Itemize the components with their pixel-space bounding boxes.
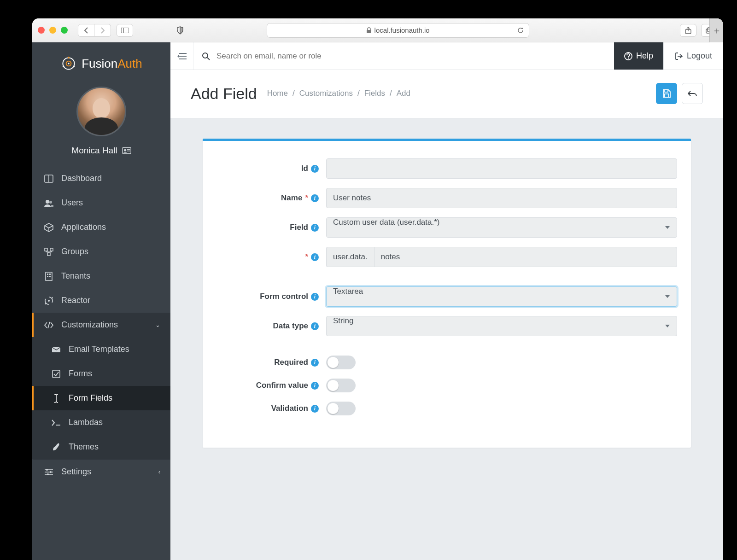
info-icon[interactable]: i: [311, 224, 319, 232]
save-button[interactable]: [656, 83, 677, 104]
save-icon: [662, 89, 671, 98]
user-name: Monica Hall: [71, 146, 117, 156]
nav-label: Tenants: [61, 271, 90, 281]
confirm-toggle[interactable]: [326, 379, 356, 392]
label-field: Field: [290, 223, 308, 232]
info-icon[interactable]: i: [311, 253, 319, 261]
new-tab-button[interactable]: ＋: [709, 18, 723, 42]
info-icon[interactable]: i: [311, 322, 319, 330]
nav-item-forms[interactable]: Forms: [32, 362, 170, 386]
nav-item-customizations[interactable]: Customizations⌄: [32, 313, 170, 337]
logout-label: Logout: [687, 51, 712, 61]
svg-point-20: [49, 201, 52, 204]
nav-item-tenants[interactable]: Tenants: [32, 264, 170, 288]
browser-window: local.fusionauth.io ＋: [32, 18, 723, 560]
validation-toggle[interactable]: [326, 402, 356, 415]
info-icon[interactable]: i: [311, 382, 319, 390]
app-sidebar: FusionAuth Monica Hall Dashboard Users A…: [32, 42, 170, 560]
info-icon[interactable]: i: [311, 405, 319, 413]
nav-label: Applications: [61, 222, 106, 232]
search-bar: [193, 42, 614, 70]
crumb-current: Add: [397, 89, 410, 98]
label-name: Name: [281, 193, 302, 203]
nav-label: Reactor: [61, 296, 90, 305]
svg-line-43: [207, 58, 210, 60]
help-button[interactable]: Help: [614, 42, 663, 70]
window-controls: [38, 27, 68, 34]
groups-icon: [44, 248, 54, 256]
id-input[interactable]: [326, 158, 677, 179]
label-confirm: Confirm value: [256, 381, 308, 390]
svg-point-11: [68, 63, 70, 64]
logout-button[interactable]: Logout: [663, 42, 723, 70]
brush-icon: [51, 443, 61, 451]
nav-item-applications[interactable]: Applications: [32, 215, 170, 239]
nav-forward-button[interactable]: [94, 24, 111, 37]
reload-icon[interactable]: [517, 27, 524, 34]
required-toggle[interactable]: [326, 356, 356, 369]
svg-point-9: [73, 66, 75, 68]
page-title: Add Field: [191, 85, 257, 103]
svg-point-19: [46, 200, 49, 204]
search-input[interactable]: [216, 52, 606, 61]
nav-label: Customizations: [61, 320, 118, 330]
info-icon[interactable]: i: [311, 165, 319, 173]
crumb-home[interactable]: Home: [267, 89, 288, 98]
svg-rect-0: [121, 28, 129, 33]
svg-rect-15: [127, 151, 130, 152]
nav-item-users[interactable]: Users: [32, 191, 170, 215]
id-card-icon: [122, 147, 131, 154]
nav-item-themes[interactable]: Themes: [32, 435, 170, 459]
nav: Dashboard Users Applications Groups Tena…: [32, 166, 170, 484]
back-button[interactable]: [682, 83, 703, 104]
field-select[interactable]: Custom user data (user.data.*): [326, 217, 677, 238]
info-icon[interactable]: i: [311, 194, 319, 202]
collapse-sidebar-button[interactable]: [170, 42, 193, 70]
svg-point-45: [628, 58, 629, 58]
label-validation: Validation: [271, 404, 308, 413]
form-control-select[interactable]: Textarea: [326, 286, 677, 307]
crumb-customizations[interactable]: Customizations: [299, 89, 353, 98]
privacy-shield-button[interactable]: [172, 24, 188, 37]
key-input[interactable]: [374, 247, 677, 267]
brand-name-2: Auth: [117, 57, 142, 70]
sidebar-toggle-button[interactable]: [117, 24, 133, 37]
user-name-row[interactable]: Monica Hall: [32, 143, 170, 166]
nav-label: Groups: [61, 247, 88, 257]
undo-icon: [688, 90, 697, 97]
crumb-fields[interactable]: Fields: [364, 89, 385, 98]
nav-item-form-fields[interactable]: Form Fields: [32, 386, 170, 410]
share-button[interactable]: [680, 24, 696, 37]
nav-item-dashboard[interactable]: Dashboard: [32, 166, 170, 191]
nav-item-settings[interactable]: Settings‹: [32, 459, 170, 484]
name-input[interactable]: [326, 188, 677, 208]
reactor-icon: [44, 296, 54, 305]
close-window-button[interactable]: [38, 27, 45, 34]
help-icon: [624, 52, 632, 60]
nav-item-reactor[interactable]: Reactor: [32, 288, 170, 313]
minimize-window-button[interactable]: [49, 27, 56, 34]
svg-rect-21: [45, 248, 47, 251]
main: Help Logout Add Field Home/ Customizatio…: [170, 42, 723, 560]
search-icon: [202, 52, 210, 60]
brand-logo-icon: [60, 55, 77, 72]
nav-item-groups[interactable]: Groups: [32, 239, 170, 264]
data-type-select[interactable]: String: [326, 316, 677, 336]
nav-label: Form Fields: [69, 393, 112, 403]
nav-item-email-templates[interactable]: Email Templates: [32, 337, 170, 362]
user-avatar[interactable]: [76, 87, 126, 136]
nav-back-button[interactable]: [78, 24, 94, 37]
svg-rect-46: [665, 90, 668, 92]
nav-label: Themes: [69, 442, 99, 452]
info-icon[interactable]: i: [311, 359, 319, 367]
svg-point-13: [124, 149, 126, 152]
svg-point-38: [47, 473, 49, 475]
info-icon[interactable]: i: [311, 293, 319, 301]
maximize-window-button[interactable]: [61, 27, 68, 34]
text-cursor-icon: [51, 394, 61, 403]
lock-icon: [366, 27, 372, 34]
svg-rect-28: [49, 276, 51, 277]
nav-item-lambdas[interactable]: Lambdas: [32, 410, 170, 435]
svg-rect-24: [46, 272, 52, 280]
address-bar[interactable]: local.fusionauth.io: [267, 23, 529, 38]
